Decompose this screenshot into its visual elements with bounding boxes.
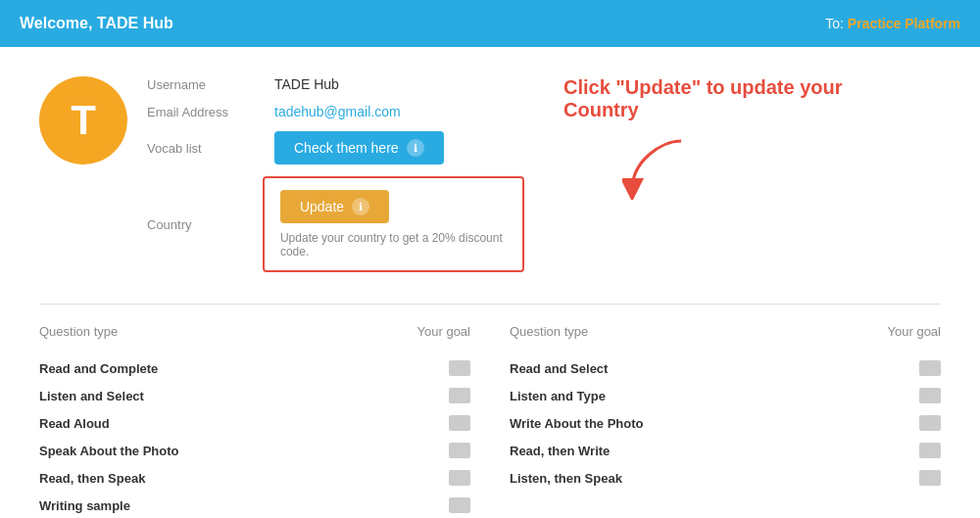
username-label: Username — [147, 77, 255, 92]
main-content: T Username TADE Hub Email Address tadehu… — [0, 47, 980, 518]
goal-row: Writing sample — [39, 492, 470, 518]
goal-row: Listen and Type — [510, 382, 941, 409]
header: Welcome, TADE Hub To: Practice Platform — [0, 0, 980, 47]
goal-box[interactable] — [919, 360, 941, 376]
username-row: Username TADE Hub — [147, 76, 524, 92]
goals-header-2: Question type Your goal — [510, 324, 941, 343]
vocab-button[interactable]: Check them here ℹ — [274, 131, 444, 165]
platform-link[interactable]: Practice Platform — [848, 16, 960, 31]
col2-goal-header: Your goal — [888, 324, 941, 339]
avatar-letter: T — [71, 97, 96, 144]
header-right: To: Practice Platform — [825, 16, 960, 31]
update-button[interactable]: Update ℹ — [280, 190, 389, 223]
goal-row: Speak About the Photo — [39, 437, 470, 464]
goal-box[interactable] — [449, 497, 470, 513]
email-value: tadehub@gmail.com — [274, 104, 401, 119]
vocab-label: Vocab list — [147, 141, 255, 156]
goal-row: Read and Select — [510, 354, 941, 382]
goal-box[interactable] — [919, 470, 941, 486]
goals-section: Question type Your goal Read and Complet… — [39, 324, 941, 518]
col2-type-header: Question type — [510, 324, 588, 339]
goals-header-1: Question type Your goal — [39, 324, 470, 343]
update-info-icon: ℹ — [352, 198, 369, 215]
goal-box[interactable] — [919, 415, 941, 431]
goal-box[interactable] — [919, 443, 941, 458]
col1-type-header: Question type — [39, 324, 118, 339]
email-label: Email Address — [147, 105, 255, 119]
brand-name: TADE Hub — [97, 15, 173, 31]
vocab-button-label: Check them here — [294, 140, 399, 156]
header-welcome: Welcome, TADE Hub — [20, 15, 173, 32]
goal-box[interactable] — [449, 388, 470, 403]
to-label: To: — [825, 16, 848, 31]
country-label: Country — [147, 217, 243, 232]
country-row: Country Update ℹ Update your country to … — [147, 176, 524, 272]
avatar: T — [39, 76, 127, 165]
goal-row: Write About the Photo — [510, 409, 941, 437]
callout-arrow — [622, 131, 691, 203]
goal-box[interactable] — [449, 470, 470, 486]
goal-row: Read and Complete — [39, 354, 470, 382]
section-divider — [39, 304, 941, 305]
country-container: Update ℹ Update your country to get a 20… — [263, 176, 524, 272]
goal-row: Listen, then Speak — [510, 464, 941, 492]
goal-box[interactable] — [449, 415, 470, 431]
goals-column-2: Question type Your goal Read and Select … — [510, 324, 941, 518]
email-row: Email Address tadehub@gmail.com — [147, 104, 524, 119]
welcome-text: Welcome, — [20, 15, 97, 31]
col1-goal-header: Your goal — [417, 324, 470, 339]
goal-row: Read Aloud — [39, 409, 470, 437]
username-value: TADE Hub — [274, 76, 339, 92]
callout: Click "Update" to update your Country — [564, 76, 877, 121]
goals-column-1: Question type Your goal Read and Complet… — [39, 324, 470, 518]
update-button-label: Update — [300, 199, 344, 214]
goal-row: Read, then Write — [510, 437, 941, 464]
goal-row: Read, then Speak — [39, 464, 470, 492]
profile-info: Username TADE Hub Email Address tadehub@… — [147, 76, 524, 284]
goal-box[interactable] — [919, 388, 941, 403]
callout-text: Click "Update" to update your Country — [564, 76, 843, 120]
goal-box[interactable] — [449, 443, 470, 458]
goal-row: Listen and Select — [39, 382, 470, 409]
goal-box[interactable] — [449, 360, 470, 376]
discount-text: Update your country to get a 20% discoun… — [280, 231, 507, 259]
vocab-info-icon: ℹ — [407, 139, 424, 157]
vocab-row: Vocab list Check them here ℹ — [147, 131, 524, 165]
